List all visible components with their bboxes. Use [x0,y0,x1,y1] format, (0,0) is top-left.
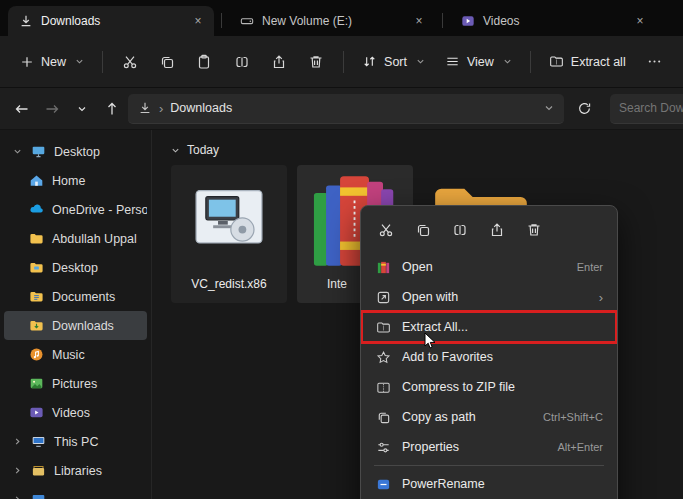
group-header-today[interactable]: Today [153,130,683,159]
chevron-down-icon [416,57,425,66]
breadcrumb-separator-icon: › [159,101,163,116]
more-options-button[interactable] [636,44,673,80]
sidebar-item-documents[interactable]: Documents [4,282,147,311]
new-button[interactable]: New [10,47,94,77]
menu-item-open-with[interactable]: Open with › [365,282,613,312]
toolbar-divider [102,51,103,73]
sidebar-item-label: Music [52,348,85,362]
sidebar-item-label: Videos [52,406,90,420]
tab-new-volume[interactable]: New Volume (E:) × [229,6,435,36]
downloads-folder-icon [29,318,44,333]
address-bar[interactable]: › Downloads [128,94,564,124]
cloud-icon [29,202,44,217]
copy-button[interactable] [406,214,440,246]
extract-all-button[interactable]: Extract all [539,46,636,77]
sort-button-label: Sort [384,55,407,69]
menu-item-copy-as-path[interactable]: Copy as path Ctrl+Shift+C [365,402,613,432]
menu-item-label: Properties [402,440,459,454]
sidebar-item-downloads[interactable]: Downloads [4,311,147,340]
menu-item-add-to-favorites[interactable]: Add to Favorites [365,342,613,372]
rename-button[interactable] [443,214,477,246]
menu-item-extract-all[interactable]: Extract All... [365,312,613,342]
chevron-down-icon [77,104,87,114]
back-button[interactable] [8,95,36,123]
menu-item-label: Copy as path [402,410,476,424]
sidebar-item-home[interactable]: Home [4,166,147,195]
rename-button[interactable] [223,44,260,80]
delete-button[interactable] [298,44,335,80]
search-input[interactable] [619,101,683,115]
copy-path-icon [374,410,392,425]
menu-separator [374,465,604,466]
file-name: VC_redist.x86 [171,277,287,291]
paste-icon [196,54,212,70]
paste-button[interactable] [186,44,223,80]
sidebar-item-partial[interactable] [4,485,147,499]
search-box[interactable] [610,94,683,124]
navigation-pane: Desktop Home OneDrive - Personal Abdulla… [0,130,152,499]
share-button[interactable] [260,44,297,80]
refresh-button[interactable] [570,95,598,123]
sidebar-item-videos[interactable]: Videos [4,398,147,427]
tab-label: New Volume (E:) [262,14,352,28]
sort-button[interactable]: Sort [352,46,435,77]
cut-button[interactable] [369,214,403,246]
desktop-folder-icon [29,260,44,275]
sidebar-item-label: Desktop [54,145,100,159]
tab-divider [442,13,443,28]
sidebar-item-music[interactable]: Music [4,340,147,369]
trash-icon [526,222,542,238]
file-tile-vc-redist[interactable]: VC_redist.x86 [171,165,287,303]
sidebar-item-onedrive[interactable]: OneDrive - Personal [4,195,147,224]
properties-icon [374,440,392,455]
sidebar-item-libraries[interactable]: Libraries [4,456,147,485]
videos-icon [29,405,44,420]
sidebar-item-this-pc[interactable]: This PC [4,427,147,456]
copy-icon [415,222,431,238]
arrow-left-icon [14,101,30,117]
tab-downloads[interactable]: Downloads × [8,6,214,36]
open-with-icon [374,290,392,305]
recent-locations-button[interactable] [68,95,96,123]
menu-item-label: PowerRename [402,477,485,491]
menu-item-properties[interactable]: Properties Alt+Enter [365,432,613,462]
plus-icon [20,55,34,69]
tab-close-icon[interactable]: × [188,11,208,31]
menu-item-compress-to-zip[interactable]: Compress to ZIP file [365,372,613,402]
tab-videos[interactable]: Videos × [450,6,656,36]
desktop-icon [31,144,46,159]
extract-all-button-label: Extract all [571,55,626,69]
delete-button[interactable] [517,214,551,246]
rename-icon [452,222,468,238]
menu-item-open[interactable]: Open Enter [365,252,613,282]
menu-item-powerrename[interactable]: PowerRename [365,469,613,499]
copy-button[interactable] [148,44,185,80]
star-icon [374,350,392,365]
tab-close-icon[interactable]: × [409,11,429,31]
tab-bar: Downloads × New Volume (E:) × Videos × [0,0,683,36]
up-button[interactable] [98,95,126,123]
sidebar-item-pictures[interactable]: Pictures [4,369,147,398]
sidebar-item-desktop-pinned[interactable]: Desktop [4,137,147,166]
extract-icon [549,54,564,69]
cut-button[interactable] [111,44,148,80]
breadcrumb[interactable]: Downloads [170,101,232,115]
network-icon [31,492,46,499]
tab-label: Videos [483,14,519,28]
tab-close-icon[interactable]: × [630,11,650,31]
sidebar-item-desktop[interactable]: Desktop [4,253,147,282]
powerrename-icon [374,477,392,492]
share-button[interactable] [480,214,514,246]
forward-button[interactable] [38,95,66,123]
chevron-down-icon [75,57,84,66]
sort-icon [362,54,377,69]
mouse-cursor [424,332,436,350]
address-dropdown-icon[interactable] [544,103,554,113]
toolbar-divider [530,51,531,73]
scissors-icon [122,54,138,70]
libraries-icon [31,463,46,478]
trash-icon [308,54,324,70]
view-button[interactable]: View [435,46,522,77]
sidebar-item-user-folder[interactable]: Abdullah Uppal [4,224,147,253]
videos-icon [461,14,475,28]
